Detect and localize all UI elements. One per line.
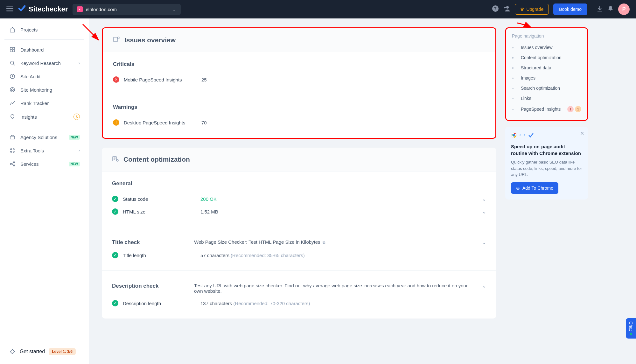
chevron-right-icon: › bbox=[79, 148, 80, 153]
svg-point-20 bbox=[13, 162, 15, 163]
svg-point-5 bbox=[506, 6, 509, 9]
speed-icon: ▫ bbox=[512, 107, 517, 112]
sidebar-dashboard[interactable]: Dashboard bbox=[0, 43, 89, 56]
domain-favicon-icon: ▪ bbox=[77, 6, 83, 12]
issues-icon: ▫ bbox=[512, 45, 517, 50]
link-icon: ⟷ bbox=[519, 132, 526, 139]
sidebar-services[interactable]: ServicesNEW bbox=[0, 157, 89, 171]
logo-text: Sitechecker bbox=[29, 5, 68, 13]
issues-title: Issues overview bbox=[124, 36, 176, 44]
nav-search-opt[interactable]: ▫Search optimization bbox=[512, 83, 581, 93]
status-row: ✓ Status code 200 OK ⌄ bbox=[112, 192, 486, 205]
promo-icons: ⟷ bbox=[511, 132, 582, 139]
label: Projects bbox=[20, 27, 38, 32]
ok-icon: ✓ bbox=[112, 208, 118, 215]
sidebar-rank-tracker[interactable]: Rank Tracker bbox=[0, 96, 89, 110]
nav-structured-data[interactable]: ▫Structured data bbox=[512, 63, 581, 73]
help-icon[interactable]: ? bbox=[492, 5, 499, 14]
upgrade-button[interactable]: ♛ Upgrade bbox=[515, 4, 549, 15]
dashboard-icon bbox=[9, 47, 16, 52]
external-link-icon[interactable]: ⧉ bbox=[322, 240, 325, 245]
svg-point-16 bbox=[13, 149, 14, 150]
chevron-down-icon: ⌄ bbox=[172, 6, 176, 12]
chevron-down-icon[interactable]: ⌄ bbox=[482, 209, 486, 215]
label: Issues overview bbox=[521, 45, 553, 50]
nav-issues-overview[interactable]: ▫Issues overview bbox=[512, 42, 581, 52]
logo[interactable]: Sitechecker bbox=[18, 4, 68, 14]
sidebar-keyword-research[interactable]: Keyword Research› bbox=[0, 56, 89, 70]
sidebar-insights[interactable]: Insights$ bbox=[0, 110, 89, 124]
chart-icon bbox=[9, 100, 16, 106]
content-optimization-card: Content optimization General ✓ Status co… bbox=[102, 148, 496, 318]
hamburger-icon[interactable] bbox=[6, 6, 13, 13]
domain-selector[interactable]: ▪ elnlondon.com ⌄ bbox=[73, 4, 181, 15]
title-length-row: ✓ Title length 57 characters (Recommende… bbox=[112, 249, 486, 262]
sidebar: Projects Dashboard Keyword Research› Sit… bbox=[0, 18, 89, 336]
plus-circle-icon: ⊕ bbox=[516, 186, 520, 191]
label: Site Audit bbox=[20, 74, 40, 79]
chrome-extension-promo: ✕ ⟷ Speed up on-page audit routine with … bbox=[505, 127, 588, 200]
add-to-chrome-button[interactable]: ⊕ Add To Chrome bbox=[511, 182, 558, 194]
chevron-down-icon[interactable]: ⌄ bbox=[482, 283, 486, 289]
add-user-icon[interactable] bbox=[503, 5, 510, 14]
chevron-down-icon[interactable]: ⌄ bbox=[482, 196, 486, 202]
svg-point-13 bbox=[11, 89, 13, 91]
svg-rect-1 bbox=[6, 8, 13, 9]
svg-rect-8 bbox=[10, 50, 12, 52]
nav-content-opt[interactable]: ▫Content optimization bbox=[512, 52, 581, 63]
label: Desktop PageSpeed Insights bbox=[124, 120, 197, 125]
close-icon[interactable]: ✕ bbox=[580, 130, 584, 136]
chevron-down-icon[interactable]: ⌄ bbox=[482, 239, 486, 245]
sidebar-agency[interactable]: Agency SolutionsNEW bbox=[0, 130, 89, 144]
link-icon: ▫ bbox=[512, 96, 517, 101]
nav-pagespeed[interactable]: ▫PageSpeed Insights 1 1 bbox=[512, 103, 581, 115]
warning-icon: ! bbox=[113, 119, 119, 126]
nav-images[interactable]: ▫Images bbox=[512, 73, 581, 83]
label: Status code bbox=[123, 196, 196, 202]
promo-desc: Quickly gather basic SEO data like statu… bbox=[511, 159, 582, 178]
svg-point-25 bbox=[116, 159, 118, 161]
critical-row[interactable]: ✕ Mobile PageSpeed Insights 25 bbox=[113, 73, 485, 86]
label: Rank Tracker bbox=[20, 101, 49, 106]
label: Description length bbox=[123, 301, 196, 306]
sidebar-site-monitoring[interactable]: Site Monitoring bbox=[0, 83, 89, 96]
page-navigation-panel: Page navigation ▫Issues overview ▫Conten… bbox=[505, 27, 588, 121]
warning-row[interactable]: ! Desktop PageSpeed Insights 70 bbox=[113, 116, 485, 129]
svg-rect-0 bbox=[6, 6, 13, 7]
briefcase-icon bbox=[9, 134, 16, 140]
divider bbox=[592, 5, 592, 14]
sidebar-site-audit[interactable]: Site Audit bbox=[0, 70, 89, 83]
svg-point-15 bbox=[10, 149, 12, 150]
svg-rect-7 bbox=[13, 47, 15, 49]
sidebar-extra-tools[interactable]: Extra Tools› bbox=[0, 144, 89, 157]
chat-label: Chat bbox=[628, 321, 633, 331]
download-icon[interactable] bbox=[597, 5, 603, 13]
label: Links bbox=[521, 96, 531, 101]
label: Dashboard bbox=[20, 47, 44, 52]
chat-button[interactable]: Chat bbox=[626, 318, 636, 336]
status-dot-icon bbox=[630, 333, 632, 335]
promo-title: Speed up on-page audit routine with Chro… bbox=[511, 143, 582, 157]
book-demo-button[interactable]: Book demo bbox=[553, 4, 587, 15]
avatar[interactable]: P bbox=[618, 4, 630, 15]
data-icon: ▫ bbox=[512, 65, 517, 70]
sidebar-projects[interactable]: Projects bbox=[0, 23, 89, 36]
ok-icon: ✓ bbox=[112, 196, 118, 202]
nav-title: Page navigation bbox=[512, 33, 581, 38]
html-size-row: ✓ HTML size 1.52 MB ⌄ bbox=[112, 205, 486, 218]
label: Search optimization bbox=[521, 86, 560, 91]
chrome-icon bbox=[511, 132, 517, 139]
title-snippet: Web Page Size Checker: Test HTML Page Si… bbox=[194, 239, 478, 245]
desc-length-row: ✓ Description length 137 characters (Rec… bbox=[112, 297, 486, 310]
nav-links[interactable]: ▫Links bbox=[512, 93, 581, 103]
bell-icon[interactable] bbox=[607, 5, 614, 13]
svg-rect-14 bbox=[10, 136, 15, 139]
title-check-title: Title check bbox=[112, 239, 190, 246]
value: 1.52 MB bbox=[200, 209, 478, 214]
svg-point-19 bbox=[10, 163, 11, 164]
cta-label: Add To Chrome bbox=[522, 186, 553, 191]
value: 200 OK bbox=[200, 196, 478, 202]
check-icon bbox=[528, 132, 534, 139]
critical-count-badge: 1 bbox=[567, 106, 574, 112]
ok-icon: ✓ bbox=[112, 252, 118, 258]
